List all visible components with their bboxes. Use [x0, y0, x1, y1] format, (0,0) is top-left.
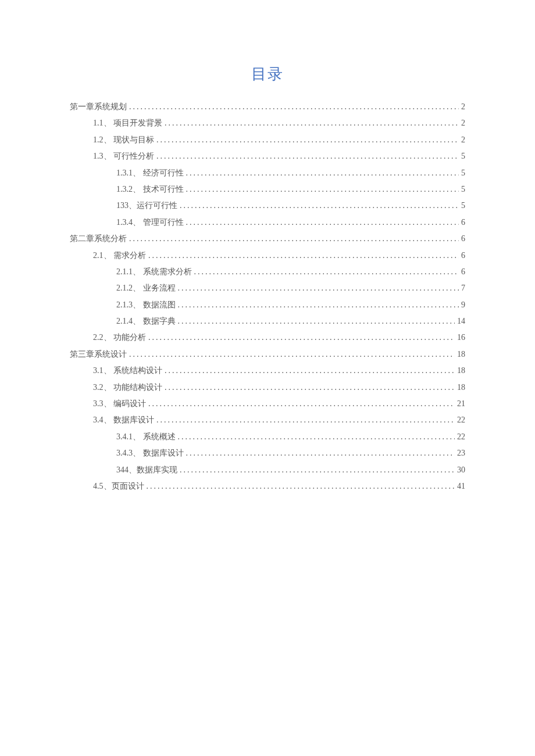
- toc-entry-label: 1.2、 现状与目标: [93, 134, 154, 146]
- toc-entry-label: 344、数据库实现: [116, 464, 177, 476]
- toc-entry-page: 9: [461, 299, 465, 311]
- toc-entry-label: 1.3.2、 技术可行性: [116, 183, 184, 196]
- toc-entry-label: 第一章系统规划: [70, 101, 127, 113]
- toc-entry-page: 5: [461, 167, 465, 180]
- toc-entry-page: 5: [461, 150, 465, 163]
- toc-entry-label: 1.3.4、 管理可行性: [116, 216, 184, 229]
- toc-entry-leader: [180, 199, 459, 212]
- toc-entry[interactable]: 2.1、 需求分析6: [70, 249, 465, 262]
- toc-entry-page: 21: [457, 397, 465, 410]
- toc-entry-page: 18: [457, 381, 465, 394]
- toc-entry-leader: [129, 232, 459, 245]
- toc-entry-label: 4.5、页面设计: [93, 480, 144, 493]
- toc-entry[interactable]: 第二章系统分析6: [70, 232, 465, 245]
- toc-entry-page: 6: [461, 249, 465, 262]
- toc-entry-page: 7: [461, 282, 465, 295]
- toc-entry[interactable]: 1.2、 现状与目标2: [70, 134, 465, 146]
- toc-entry-leader: [186, 447, 455, 460]
- toc-entry-label: 1.1、 项目开发背景: [93, 117, 162, 130]
- toc-entry-leader: [165, 381, 455, 394]
- toc-entry[interactable]: 1.3.4、 管理可行性6: [70, 216, 465, 229]
- toc-entry-leader: [129, 101, 459, 113]
- toc-entry[interactable]: 3.2、 功能结构设计18: [70, 381, 465, 394]
- toc-entry-label: 3.1、 系统结构设计: [93, 364, 162, 377]
- toc-entry-page: 41: [457, 480, 465, 493]
- toc-entry[interactable]: 2.1.1、 系统需求分析6: [70, 266, 465, 278]
- toc-entry[interactable]: 第一章系统规划2: [70, 101, 465, 113]
- toc-entry[interactable]: 4.5、页面设计41: [70, 480, 465, 493]
- toc-entry-page: 2: [461, 101, 465, 113]
- toc-entry-page: 6: [461, 216, 465, 229]
- toc-entry[interactable]: 344、数据库实现30: [70, 464, 465, 476]
- toc-entry[interactable]: 2.2、 功能分析16: [70, 331, 465, 344]
- toc-entry-leader: [156, 134, 459, 146]
- toc-entry-leader: [186, 183, 459, 196]
- toc-entry-leader: [186, 216, 459, 229]
- toc-entry[interactable]: 3.3、 编码设计21: [70, 397, 465, 410]
- toc-entry[interactable]: 3.4.3、 数据库设计23: [70, 447, 465, 460]
- toc-entry[interactable]: 2.1.4、 数据字典14: [70, 315, 465, 328]
- toc-entry-label: 2.1.3、 数据流图: [116, 299, 176, 311]
- toc-entry[interactable]: 2.1.2、 业务流程7: [70, 282, 465, 295]
- toc-entry-page: 30: [457, 464, 465, 476]
- toc-entry-page: 5: [461, 199, 465, 212]
- toc-entry-leader: [180, 464, 455, 476]
- toc-entry-leader: [148, 331, 455, 344]
- toc-entry-label: 2.1.2、 业务流程: [116, 282, 176, 295]
- toc-entry-leader: [178, 431, 455, 443]
- toc-entry-label: 133、运行可行性: [116, 199, 177, 212]
- toc-entry-label: 3.4、 数据库设计: [93, 414, 154, 427]
- toc-entry-label: 第三章系统设计: [70, 348, 127, 361]
- toc-entry-label: 3.2、 功能结构设计: [93, 381, 162, 394]
- toc-entry-page: 6: [461, 266, 465, 278]
- toc-entry[interactable]: 1.3.2、 技术可行性5: [70, 183, 465, 196]
- toc-entry-page: 2: [461, 117, 465, 130]
- toc-entry-leader: [148, 397, 455, 410]
- toc-entry-label: 3.4.1、 系统概述: [116, 431, 176, 443]
- toc-entry-label: 2.1.1、 系统需求分析: [116, 266, 192, 278]
- toc-entry-leader: [178, 282, 459, 295]
- toc-entry-page: 22: [457, 414, 465, 427]
- toc-entry-page: 18: [457, 364, 465, 377]
- toc-entry-page: 14: [457, 315, 465, 328]
- toc-entry-page: 18: [457, 348, 465, 361]
- toc-entry-leader: [194, 266, 459, 278]
- toc-entry-label: 1.3、 可行性分析: [93, 150, 154, 163]
- toc-entry-label: 2.1、 需求分析: [93, 249, 146, 262]
- toc-entry-page: 6: [461, 232, 465, 245]
- toc-entry-label: 2.1.4、 数据字典: [116, 315, 176, 328]
- toc-entry-label: 2.2、 功能分析: [93, 331, 146, 344]
- toc-entry-page: 23: [457, 447, 465, 460]
- toc-entry-leader: [156, 414, 455, 427]
- toc-entry[interactable]: 1.3.1、 经济可行性5: [70, 167, 465, 180]
- toc-entry[interactable]: 2.1.3、 数据流图9: [70, 299, 465, 311]
- toc-entry-leader: [178, 299, 459, 311]
- toc-entry[interactable]: 第三章系统设计18: [70, 348, 465, 361]
- toc-entry-leader: [148, 249, 459, 262]
- toc-entry-page: 5: [461, 183, 465, 196]
- toc-entry-leader: [147, 480, 455, 493]
- toc-entry-leader: [165, 364, 455, 377]
- toc-entry-label: 3.4.3、 数据库设计: [116, 447, 184, 460]
- toc-entry[interactable]: 3.1、 系统结构设计18: [70, 364, 465, 377]
- toc-title: 目录: [70, 64, 465, 84]
- toc-entry-leader: [178, 315, 455, 328]
- toc-entry[interactable]: 3.4、 数据库设计22: [70, 414, 465, 427]
- toc-entry-leader: [186, 167, 459, 180]
- toc-entry[interactable]: 3.4.1、 系统概述22: [70, 431, 465, 443]
- toc-entry-page: 2: [461, 134, 465, 146]
- toc-entry-page: 16: [457, 331, 465, 344]
- toc-entry-label: 第二章系统分析: [70, 232, 127, 245]
- toc-entry-label: 3.3、 编码设计: [93, 397, 146, 410]
- toc-container: 第一章系统规划21.1、 项目开发背景21.2、 现状与目标21.3、 可行性分…: [70, 101, 465, 493]
- toc-entry-leader: [165, 117, 459, 130]
- toc-entry-label: 1.3.1、 经济可行性: [116, 167, 184, 180]
- toc-entry[interactable]: 1.3、 可行性分析5: [70, 150, 465, 163]
- toc-entry[interactable]: 133、运行可行性5: [70, 199, 465, 212]
- toc-entry-page: 22: [457, 431, 465, 443]
- toc-entry[interactable]: 1.1、 项目开发背景2: [70, 117, 465, 130]
- toc-entry-leader: [156, 150, 459, 163]
- toc-entry-leader: [129, 348, 455, 361]
